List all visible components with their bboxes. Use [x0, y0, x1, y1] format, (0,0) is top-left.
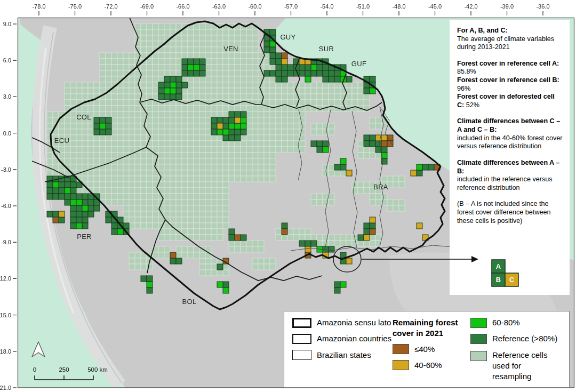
resampling-cell: [176, 235, 182, 241]
resampling-cell: [287, 100, 293, 106]
resampling-cell: [129, 117, 135, 123]
resampling-cell: [352, 88, 358, 94]
forest-cell-ref: [176, 258, 182, 264]
forest-cell-green: [100, 123, 106, 129]
resampling-cell: [217, 70, 223, 76]
resampling-cell: [334, 170, 340, 176]
resampling-cell: [364, 147, 370, 153]
forest-cell-ref: [305, 65, 311, 70]
resampling-cell: [217, 135, 223, 141]
resampling-cell: [135, 129, 141, 135]
resampling-cell: [276, 117, 282, 123]
resampling-cell: [164, 111, 170, 117]
resampling-cell: [153, 35, 158, 41]
resampling-cell: [211, 188, 217, 194]
forest-cell-ref: [364, 135, 370, 141]
resampling-cell: [164, 235, 170, 241]
resampling-cell: [135, 223, 141, 229]
resampling-cell: [53, 111, 59, 117]
resampling-cell: [153, 65, 158, 70]
resampling-cell: [147, 35, 153, 41]
legend-boundary-2-label: Brazilian states: [317, 350, 371, 361]
resampling-cell: [164, 194, 170, 199]
forest-cell-ref: [53, 211, 59, 217]
forest-cell-ref: [370, 223, 375, 229]
resampling-cell: [65, 117, 70, 123]
resampling-cell: [241, 65, 246, 70]
resampling-cell: [241, 47, 246, 53]
resampling-cell: [182, 252, 188, 258]
resampling-cell: [176, 217, 182, 223]
resampling-cell: [117, 147, 123, 153]
resampling-cell: [264, 129, 270, 135]
resampling-cell: [129, 199, 135, 205]
resampling-cell: [141, 53, 147, 59]
resampling-cell: [129, 217, 135, 223]
forest-cell-ref: [323, 246, 329, 252]
resampling-cell: [252, 111, 258, 117]
resampling-cell: [223, 106, 229, 111]
resampling-cell: [246, 29, 252, 35]
resampling-cell: [106, 111, 111, 117]
resampling-cell: [358, 141, 364, 147]
resampling-cell: [293, 135, 299, 141]
resampling-cell: [211, 106, 217, 111]
resampling-cell: [188, 153, 194, 158]
resampling-cell: [346, 94, 352, 100]
resampling-cell: [246, 106, 252, 111]
resampling-cell: [252, 35, 258, 41]
resampling-cell: [76, 164, 82, 170]
resampling-cell: [223, 59, 229, 65]
resampling-cell: [194, 153, 199, 158]
resampling-cell: [176, 164, 182, 170]
resampling-cell: [47, 158, 53, 164]
resampling-cell: [94, 106, 100, 111]
top-tick-label: -75.0: [68, 3, 82, 10]
resampling-cell: [170, 47, 176, 53]
resampling-cell: [282, 135, 287, 141]
resampling-cell: [164, 158, 170, 164]
resampling-cell: [223, 53, 229, 59]
forest-cell-green: [241, 123, 246, 129]
resampling-cell: [305, 235, 311, 241]
resampling-cell: [287, 141, 293, 147]
resampling-cell: [223, 94, 229, 100]
resampling-cell: [199, 164, 205, 170]
resampling-cell: [176, 182, 182, 188]
forest-cell-gold: [282, 59, 287, 65]
resampling-cell: [246, 76, 252, 82]
resampling-cell: [188, 111, 194, 117]
top-tick-label: -78.0: [32, 3, 45, 10]
resampling-cell: [94, 111, 100, 117]
resampling-cell: [182, 229, 188, 235]
resampling-cell: [258, 158, 264, 164]
resampling-cell: [364, 188, 370, 194]
forest-cell-ref: [282, 223, 287, 229]
legend-boundary-0: Amazonia sensu lato: [292, 317, 393, 328]
resampling-cell: [282, 117, 287, 123]
panel-paragraph-1: Forest cover in reference cell A: 85.8%: [457, 60, 563, 76]
resampling-cell: [194, 217, 199, 223]
forest-cell-gold: [370, 217, 375, 223]
resampling-cell: [252, 158, 258, 164]
forest-cell-brown: [370, 229, 375, 235]
resampling-cell: [317, 129, 323, 135]
panel-paragraph-0: For A, B, and C:The average of climate v…: [457, 27, 563, 52]
resampling-cell: [223, 199, 229, 205]
resampling-cell: [117, 59, 123, 65]
resampling-cell: [82, 135, 88, 141]
resampling-cell: [88, 147, 94, 153]
resampling-cell: [170, 117, 176, 123]
resampling-cell: [76, 153, 82, 158]
resampling-cell: [141, 182, 147, 188]
resampling-cell: [70, 147, 76, 153]
forest-cell-ref: [241, 235, 246, 241]
resampling-cell: [153, 205, 158, 211]
resampling-cell: [147, 41, 153, 47]
resampling-cell: [241, 170, 246, 176]
resampling-cell: [164, 70, 170, 76]
resampling-cell: [317, 235, 323, 241]
resampling-cell: [311, 94, 317, 100]
resampling-cell: [282, 123, 287, 129]
resampling-cell: [153, 129, 158, 135]
